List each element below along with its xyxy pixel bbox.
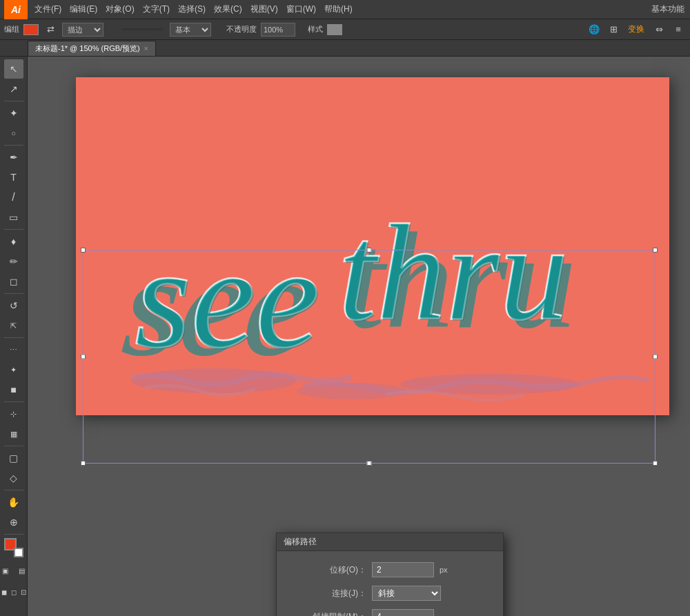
draw-inside-btn[interactable]: ⊡ xyxy=(19,582,28,602)
svg-text:thru: thru xyxy=(339,197,569,350)
dialog-title: 偏移路径 xyxy=(284,536,317,548)
background-color[interactable] xyxy=(14,548,23,557)
see-thru-artwork: see see see thru thru thru see thru xyxy=(76,91,669,408)
left-toolbar: ↖ ↗ ✦ ○ ✒ T / ▭ ♦ ✏ ◻ ↺ ⇱ ⋯ ✦ ■ ⊹ ▦ ▢ ◇ … xyxy=(0,57,28,616)
menu-object[interactable]: 对象(O) xyxy=(101,2,138,17)
tab-bar: 未标题-1* @ 150% (RGB/预览) × xyxy=(0,40,690,57)
pencil-tool[interactable]: ✏ xyxy=(4,252,23,271)
draw-back-btn[interactable]: ◻ xyxy=(10,582,18,602)
mesh-tool[interactable]: ⊹ xyxy=(4,404,23,424)
type-tool[interactable]: T xyxy=(4,168,23,187)
zoom-tool[interactable]: ⊕ xyxy=(4,513,23,532)
hand-tool[interactable]: ✋ xyxy=(4,493,23,512)
opacity-label: 不透明度 xyxy=(226,24,257,34)
magic-wand-tool[interactable]: ✦ xyxy=(4,103,23,123)
menu-help[interactable]: 帮助(H) xyxy=(320,2,357,17)
top-menu-bar: Ai 文件(F) 编辑(E) 对象(O) 文字(T) 选择(S) 效果(C) 视… xyxy=(0,0,690,19)
lasso-tool[interactable]: ○ xyxy=(4,123,23,143)
color-pair[interactable] xyxy=(4,538,23,557)
miter-row: 斜接限制(M)： xyxy=(290,609,489,616)
stroke-preview xyxy=(121,28,163,30)
menu-select[interactable]: 选择(S) xyxy=(174,2,210,17)
offset-path-dialog: 偏移路径 位移(O)： px 连接(J)： 斜接 圆角 斜面 xyxy=(276,533,504,616)
chart-tool[interactable]: ▦ xyxy=(4,424,23,444)
direct-select-tool[interactable]: ↗ xyxy=(4,79,23,99)
toolbar-separator-2 xyxy=(4,145,23,146)
toolbar-separator-9 xyxy=(4,534,23,535)
handle-bl[interactable] xyxy=(81,461,86,466)
color-swatch[interactable] xyxy=(23,24,39,35)
menu-view[interactable]: 视图(V) xyxy=(246,2,282,17)
line-tool[interactable]: / xyxy=(4,188,23,207)
options-bar: 编组 ⇄ 描边 基本 不透明度 样式 🌐 ⊞ 变换 ⇔ ≡ xyxy=(0,19,690,40)
dialog-title-bar[interactable]: 偏移路径 xyxy=(277,533,503,551)
menu-text[interactable]: 文字(T) xyxy=(139,2,174,17)
toolbar-separator-4 xyxy=(4,293,23,294)
stroke-weight-dropdown[interactable]: 基本 xyxy=(170,23,211,37)
menu-file[interactable]: 文件(F) xyxy=(30,2,66,17)
transform-label[interactable]: 变换 xyxy=(625,23,647,35)
opacity-input[interactable] xyxy=(261,23,295,37)
toolbar-separator-7 xyxy=(4,446,23,446)
menu-window[interactable]: 窗口(W) xyxy=(282,2,320,17)
draw-normal-btn[interactable]: ◼ xyxy=(0,582,8,602)
toolbar-separator-3 xyxy=(4,229,23,230)
tab-close-icon[interactable]: × xyxy=(144,45,148,52)
swap-icon[interactable]: ⇄ xyxy=(43,22,58,37)
offset-row: 位移(O)： px xyxy=(290,562,489,577)
stroke-style-dropdown[interactable]: 描边 xyxy=(62,23,103,37)
eyedropper-tool[interactable]: ✦ xyxy=(4,360,23,379)
dialog-body: 位移(O)： px 连接(J)： 斜接 圆角 斜面 斜接限制(M)： xyxy=(277,551,503,616)
eraser-tool[interactable]: ◻ xyxy=(4,272,23,291)
handle-br[interactable] xyxy=(653,461,658,466)
arrange-icon[interactable]: ⊞ xyxy=(606,22,621,37)
main-layout: ↖ ↗ ✦ ○ ✒ T / ▭ ♦ ✏ ◻ ↺ ⇱ ⋯ ✦ ■ ⊹ ▦ ▢ ◇ … xyxy=(0,57,690,616)
pen-tool[interactable]: ✒ xyxy=(4,148,23,167)
join-select[interactable]: 斜接 圆角 斜面 xyxy=(372,586,441,601)
blend-tool[interactable]: ⋯ xyxy=(4,340,23,359)
tab-title: 未标题-1* @ 150% (RGB/预览) xyxy=(35,43,140,54)
toolbar-separator-8 xyxy=(4,490,23,490)
flip-icon[interactable]: ⇔ xyxy=(651,22,667,37)
workspace-label: 基本功能 xyxy=(651,3,684,15)
ai-logo: Ai xyxy=(4,0,28,19)
group-label: 编组 xyxy=(4,24,19,34)
rotate-tool[interactable]: ↺ xyxy=(4,296,23,315)
offset-unit: px xyxy=(440,566,448,574)
toolbar-separator-5 xyxy=(4,337,23,338)
slice-tool[interactable]: ◇ xyxy=(4,468,23,488)
screen-mode-btn[interactable]: ▤ xyxy=(14,561,28,580)
more-icon[interactable]: ≡ xyxy=(671,22,686,37)
toolbar-separator-6 xyxy=(4,401,23,402)
toolbar-separator-1 xyxy=(4,101,23,101)
select-tool[interactable]: ↖ xyxy=(4,59,23,79)
svg-text:see: see xyxy=(136,219,321,379)
style-label: 样式 xyxy=(308,24,323,34)
artboard-tool[interactable]: ▢ xyxy=(4,448,23,468)
menu-edit[interactable]: 编辑(E) xyxy=(66,2,101,17)
scale-tool[interactable]: ⇱ xyxy=(4,316,23,335)
offset-input[interactable] xyxy=(372,562,434,577)
menu-effect[interactable]: 效果(C) xyxy=(210,2,246,17)
artboard: see see see thru thru thru see thru xyxy=(76,77,669,415)
gradient-tool[interactable]: ■ xyxy=(4,380,23,399)
normal-mode-btn[interactable]: ▣ xyxy=(0,561,13,580)
join-label: 连接(J)： xyxy=(290,588,366,599)
style-swatch[interactable] xyxy=(327,24,342,35)
miter-label: 斜接限制(M)： xyxy=(290,611,366,617)
miter-input[interactable] xyxy=(372,609,434,616)
canvas-area[interactable]: see see see thru thru thru see thru xyxy=(28,57,690,616)
world-icon[interactable]: 🌐 xyxy=(586,22,602,37)
brush-tool[interactable]: ♦ xyxy=(4,232,23,251)
offset-label: 位移(O)： xyxy=(290,564,366,576)
document-tab[interactable]: 未标题-1* @ 150% (RGB/预览) × xyxy=(28,41,156,56)
rectangle-tool[interactable]: ▭ xyxy=(4,208,23,227)
handle-bm[interactable] xyxy=(367,461,372,466)
join-row: 连接(J)： 斜接 圆角 斜面 xyxy=(290,586,489,601)
